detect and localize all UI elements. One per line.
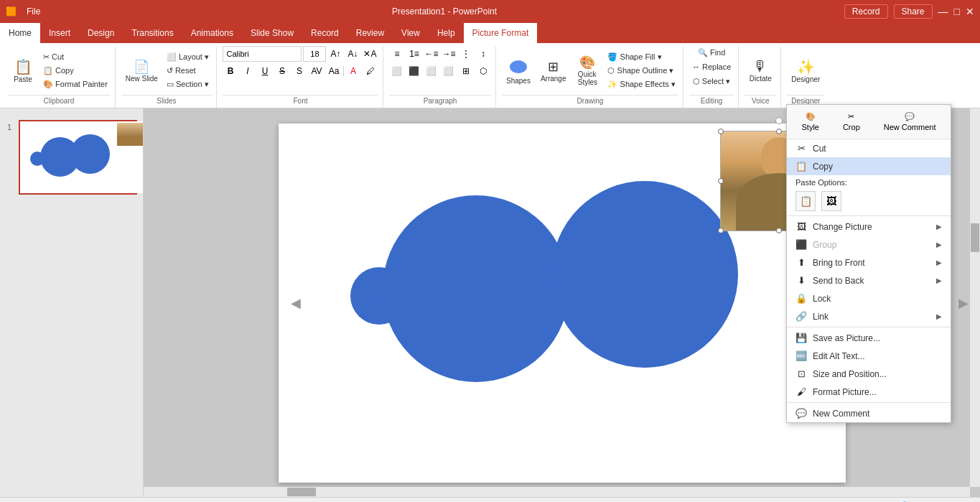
justify-button[interactable]: ⬜ xyxy=(441,63,457,79)
ctx-copy-item[interactable]: 📋 Copy xyxy=(787,157,951,175)
font-color-button[interactable]: A xyxy=(345,63,361,79)
shape-effects-button[interactable]: ✨ Shape Effects ▾ xyxy=(605,78,678,90)
align-right-button[interactable]: ⬜ xyxy=(424,63,439,79)
decrease-font-button[interactable]: A↓ xyxy=(345,46,360,62)
vertical-scrollbar[interactable] xyxy=(970,108,980,487)
prev-slide-button[interactable]: ◀ xyxy=(291,295,301,311)
maximize-button[interactable]: □ xyxy=(954,6,960,17)
tab-record[interactable]: Record xyxy=(302,23,347,43)
handle-top-mid[interactable] xyxy=(776,129,782,134)
tab-picture-format[interactable]: Picture Format xyxy=(464,23,538,43)
format-painter-button[interactable]: 🎨 Format Painter xyxy=(40,78,111,90)
drawing-sub: 🪣 Shape Fill ▾ ⬡ Shape Outline ▾ ✨ Shape… xyxy=(605,50,678,90)
bullets-button[interactable]: ≡ xyxy=(389,46,405,62)
ctx-send-to-back-item[interactable]: ⬇ Send to Back ▶ xyxy=(787,271,951,289)
ctx-new-comment-item[interactable]: 💬 New Comment xyxy=(787,404,951,422)
align-left-button[interactable]: ⬜ xyxy=(389,63,405,79)
minimize-button[interactable]: — xyxy=(938,6,948,17)
find-button[interactable]: 🔍 Find xyxy=(695,46,728,59)
designer-button[interactable]: ✨ Designer xyxy=(787,50,824,90)
quick-styles-button[interactable]: 🎨 QuickStyles xyxy=(571,50,603,90)
record-button[interactable]: Record xyxy=(844,4,888,19)
shadow-button[interactable]: S xyxy=(291,63,307,79)
shape-outline-button[interactable]: ⬡ Shape Outline ▾ xyxy=(605,64,678,77)
paste-keep-format-button[interactable]: 📋 xyxy=(795,191,816,211)
decrease-indent-button[interactable]: ←≡ xyxy=(424,46,439,62)
paste-picture-button[interactable]: 🖼 xyxy=(821,191,841,211)
font-name-input[interactable] xyxy=(223,46,302,62)
replace-button[interactable]: ↔ Replace xyxy=(689,60,734,73)
ctx-bring-to-front-item[interactable]: ⬆ Bring to Front ▶ xyxy=(787,254,951,271)
rotate-handle[interactable] xyxy=(775,117,783,124)
format-picture-icon: 🖌 xyxy=(795,386,807,397)
dictate-button[interactable]: 🎙 Dictate xyxy=(745,50,776,90)
new-slide-button[interactable]: 📄 New Slide xyxy=(121,50,162,90)
next-slide-button[interactable]: ▶ xyxy=(958,295,969,311)
copy-button[interactable]: 📋 Copy xyxy=(40,64,111,77)
paste-button[interactable]: 📋 Paste xyxy=(7,50,39,90)
increase-font-button[interactable]: A↑ xyxy=(327,46,343,62)
align-center-button[interactable]: ⬛ xyxy=(406,63,422,79)
close-button[interactable]: ✕ xyxy=(966,6,974,17)
italic-button[interactable]: I xyxy=(240,63,256,79)
ctx-save-as-picture-item[interactable]: 💾 Save as Picture... xyxy=(787,329,951,347)
numbering-button[interactable]: 1≡ xyxy=(406,46,422,62)
strikethrough-button[interactable]: S xyxy=(274,63,290,79)
slide-thumbnail[interactable] xyxy=(19,120,137,195)
section-button[interactable]: ▭ Section ▾ xyxy=(164,78,212,90)
ctx-change-picture-item[interactable]: 🖼 Change Picture ▶ xyxy=(787,218,951,236)
ctx-link-item[interactable]: 🔗 Link ▶ xyxy=(787,307,951,325)
group-clipboard: 📋 Paste ✂ Cut 📋 Copy 🎨 Format Painter Cl… xyxy=(3,46,116,108)
ctx-crop-button[interactable]: ✂ Crop xyxy=(837,109,866,134)
tab-animations[interactable]: Animations xyxy=(182,23,242,43)
handle-top-left[interactable] xyxy=(718,129,724,134)
big-circle-right-shape[interactable] xyxy=(551,181,738,368)
line-spacing-button[interactable]: ↕ xyxy=(475,46,491,62)
ctx-format-picture-item[interactable]: 🖌 Format Picture... xyxy=(787,383,951,401)
tab-help[interactable]: Help xyxy=(429,23,464,43)
tab-view[interactable]: View xyxy=(393,23,429,43)
share-button[interactable]: Share xyxy=(894,4,933,19)
ctx-size-position-item[interactable]: ⊡ Size and Position... xyxy=(787,365,951,383)
layout-button[interactable]: ⬜ Layout ▾ xyxy=(164,50,212,63)
clear-format-button[interactable]: ✕A xyxy=(362,46,378,62)
ctx-cut-item[interactable]: ✂ Cut xyxy=(787,139,951,157)
tab-slideshow[interactable]: Slide Show xyxy=(242,23,302,43)
handle-bot-left[interactable] xyxy=(718,228,724,233)
bold-button[interactable]: B xyxy=(223,63,238,79)
new-comment-label: New Comment xyxy=(813,409,942,419)
cut-button[interactable]: ✂ Cut xyxy=(40,50,111,63)
send-to-back-arrow: ▶ xyxy=(936,276,942,284)
ctx-lock-item[interactable]: 🔒 Lock xyxy=(787,289,951,307)
font-size-input[interactable] xyxy=(303,46,326,62)
tab-home[interactable]: Home xyxy=(0,23,40,43)
arrange-button[interactable]: ⊞ Arrange xyxy=(536,50,571,90)
font-label: Font xyxy=(223,95,378,105)
ctx-edit-alt-text-item[interactable]: 🔤 Edit Alt Text... xyxy=(787,347,951,365)
smart-art-button[interactable]: ⬡ xyxy=(475,63,491,79)
tab-transitions[interactable]: Transitions xyxy=(123,23,182,43)
menu-file[interactable]: File xyxy=(22,6,45,17)
shapes-button[interactable]: Shapes xyxy=(502,50,535,90)
tab-review[interactable]: Review xyxy=(347,23,393,43)
handle-bot-mid[interactable] xyxy=(776,228,782,233)
text-direction-button[interactable]: ⊞ xyxy=(458,63,474,79)
horizontal-scrollbar[interactable] xyxy=(144,487,970,497)
columns-button[interactable]: ⋮ xyxy=(458,46,474,62)
ctx-style-button[interactable]: 🎨 Style xyxy=(795,109,824,134)
font-row1: A↑ A↓ ✕A xyxy=(223,46,378,62)
para-row1: ≡ 1≡ ←≡ →≡ ⋮ ↕ xyxy=(389,46,491,62)
underline-button[interactable]: U xyxy=(257,63,273,79)
handle-mid-left[interactable] xyxy=(718,178,724,184)
big-circle-left-shape[interactable] xyxy=(383,195,569,382)
reset-button[interactable]: ↺ Reset xyxy=(164,64,212,77)
select-button[interactable]: ⬡ Select ▾ xyxy=(690,75,734,88)
ctx-new-comment-top-button[interactable]: 💬 New Comment xyxy=(878,109,942,134)
tab-insert[interactable]: Insert xyxy=(40,23,79,43)
change-case-button[interactable]: Aa xyxy=(326,63,342,79)
highlight-button[interactable]: 🖊 xyxy=(363,63,378,79)
increase-indent-button[interactable]: →≡ xyxy=(441,46,457,62)
shape-fill-button[interactable]: 🪣 Shape Fill ▾ xyxy=(605,50,678,63)
tab-design[interactable]: Design xyxy=(79,23,123,43)
char-spacing-button[interactable]: AV xyxy=(309,63,325,79)
